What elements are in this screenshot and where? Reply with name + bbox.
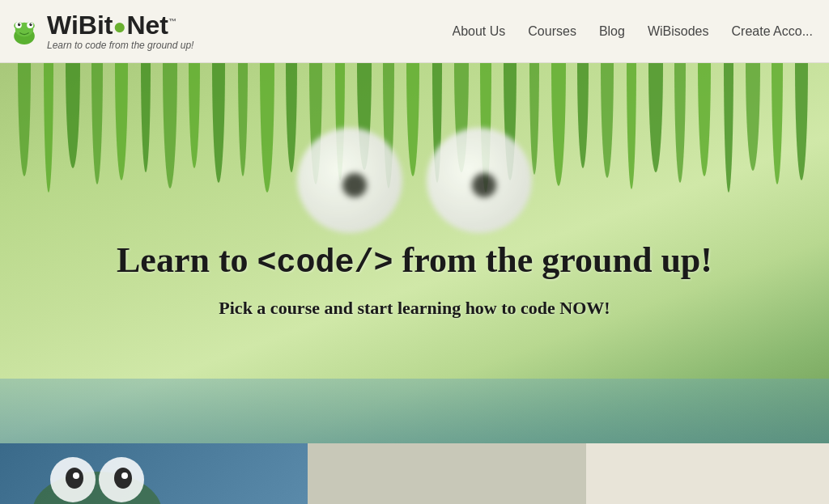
logo-frog-icon: [8, 15, 40, 48]
bottom-center-panel: [308, 443, 586, 504]
frog-left-eye: [297, 128, 402, 233]
nav-item-courses[interactable]: Courses: [528, 24, 576, 39]
svg-point-6: [19, 23, 19, 23]
hero-title-part2: from the ground up!: [393, 240, 712, 280]
logo-area: WiBit●Net™ Learn to code from the ground…: [8, 12, 193, 51]
svg-point-14: [115, 63, 128, 180]
svg-point-35: [627, 63, 636, 189]
pond-area: [0, 379, 829, 443]
svg-point-11: [44, 63, 53, 193]
logo-tagline: Learn to code from the ground up!: [47, 40, 193, 51]
hero-code-tag: <code/>: [257, 245, 393, 282]
logo-wibit: WiBit: [47, 11, 113, 40]
svg-point-39: [724, 63, 733, 193]
svg-point-12: [66, 63, 80, 168]
svg-point-37: [674, 63, 686, 183]
svg-point-13: [91, 63, 103, 184]
svg-point-17: [189, 63, 200, 168]
logo-net: Net: [126, 11, 168, 40]
bottom-left-panel: [0, 443, 308, 504]
svg-point-5: [18, 23, 20, 26]
hero-content: Learn to <code/> from the ground up! Pic…: [100, 221, 729, 335]
svg-point-10: [18, 63, 31, 176]
svg-point-38: [698, 63, 711, 176]
hero-section: Learn to <code/> from the ground up! Pic…: [0, 63, 829, 443]
svg-point-21: [286, 63, 297, 172]
nav-item-create-account[interactable]: Create Acco...: [732, 24, 814, 39]
bottom-section: [0, 443, 829, 504]
tm-mark: ™: [168, 17, 176, 26]
svg-point-34: [601, 63, 614, 178]
bottom-right-panel: [586, 443, 829, 504]
svg-point-41: [772, 63, 783, 184]
svg-point-40: [746, 63, 760, 171]
logo-text-block: WiBit●Net™ Learn to code from the ground…: [47, 12, 193, 51]
svg-point-32: [551, 63, 566, 186]
svg-point-8: [29, 23, 32, 26]
svg-point-19: [238, 63, 248, 176]
svg-point-15: [141, 63, 151, 172]
site-header: WiBit●Net™ Learn to code from the ground…: [0, 0, 829, 63]
hero-title-part1: Learn to: [117, 240, 257, 280]
main-nav: About Us Courses Blog WiBisodes Create A…: [453, 24, 814, 39]
svg-point-36: [648, 63, 663, 172]
svg-point-33: [577, 63, 589, 168]
svg-point-9: [31, 23, 32, 23]
nav-item-blog[interactable]: Blog: [599, 24, 625, 39]
svg-point-46: [73, 472, 79, 479]
hero-title: Learn to <code/> from the ground up!: [117, 237, 712, 285]
svg-point-16: [163, 63, 177, 188]
frog-bottom-svg: [0, 443, 308, 504]
svg-point-49: [121, 472, 128, 479]
hero-subtitle: Pick a course and start learning how to …: [117, 298, 712, 319]
svg-point-18: [212, 63, 225, 183]
frog-right-eye: [427, 128, 532, 233]
nav-item-about-us[interactable]: About Us: [453, 24, 506, 39]
logo-name: WiBit●Net™: [47, 12, 193, 38]
svg-point-42: [795, 63, 808, 180]
frog-eyes: [297, 128, 532, 233]
svg-point-20: [260, 63, 274, 193]
nav-item-wibisodes[interactable]: WiBisodes: [648, 24, 709, 39]
